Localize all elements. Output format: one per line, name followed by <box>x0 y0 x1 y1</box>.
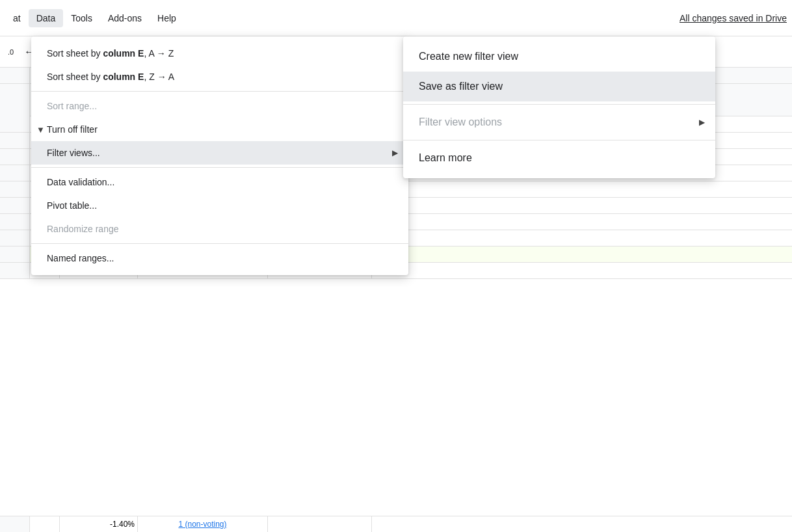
menu-item-tools[interactable]: Tools <box>63 9 100 27</box>
data-menu: Sort sheet by column E, A → Z Sort sheet… <box>31 36 408 275</box>
filter-view-options-arrow: ▶ <box>699 118 705 127</box>
bottom-row: -1.40% 1 (non-voting) <box>0 516 792 532</box>
menu-sort-range: Sort range... <box>31 94 408 118</box>
menu-separator-2 <box>31 167 408 168</box>
menu-item-addons[interactable]: Add-ons <box>100 9 150 27</box>
menu-sort-za[interactable]: Sort sheet by column E, Z → A <box>31 65 408 88</box>
menu-item-data[interactable]: Data <box>29 9 64 27</box>
submenu-learn-more[interactable]: Learn more <box>403 143 715 173</box>
row-num-header <box>0 84 30 116</box>
decimal-indicator: .0 <box>5 47 16 57</box>
menu-bar-right: All changes saved in Drive <box>680 13 787 23</box>
menu-separator-3 <box>31 243 408 244</box>
saved-status: All changes saved in Drive <box>680 13 787 23</box>
menu-item-at[interactable]: at <box>5 9 29 27</box>
submenu-save-filter-view[interactable]: Save as filter view <box>403 72 715 101</box>
filter-views-arrow: ▶ <box>392 148 398 157</box>
menu-named-ranges[interactable]: Named ranges... <box>31 246 408 270</box>
submenu-separator-1 <box>403 104 715 105</box>
menu-turn-off-filter[interactable]: ▼ Turn off filter <box>31 118 408 141</box>
filter-icon: ▼ <box>36 125 45 135</box>
menu-separator-1 <box>31 91 408 92</box>
menu-data-validation[interactable]: Data validation... <box>31 170 408 194</box>
menu-randomize-range: Randomize range <box>31 217 408 241</box>
submenu-separator-2 <box>403 140 715 140</box>
submenu-filter-view-options: Filter view options ▶ <box>403 107 715 137</box>
menu-sort-az[interactable]: Sort sheet by column E, A → Z <box>31 42 408 65</box>
menu-item-help[interactable]: Help <box>150 9 184 27</box>
menu-pivot-table[interactable]: Pivot table... <box>31 194 408 217</box>
submenu-create-filter-view[interactable]: Create new filter view <box>403 42 715 72</box>
menu-filter-views[interactable]: Filter views... ▶ <box>31 141 408 165</box>
row-header-spacer <box>0 68 30 83</box>
filter-submenu: Create new filter view Save as filter vi… <box>403 36 715 178</box>
menu-bar: at Data Tools Add-ons Help All changes s… <box>0 0 792 36</box>
